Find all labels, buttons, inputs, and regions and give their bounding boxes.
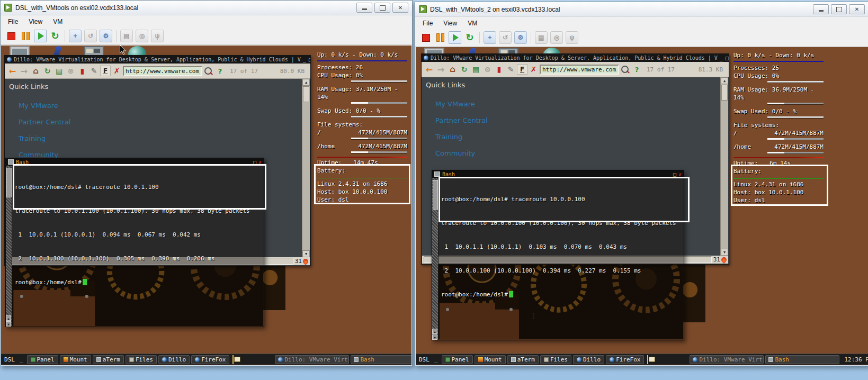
- link-training[interactable]: Training: [19, 134, 46, 142]
- usb-device-button[interactable]: ψ: [151, 30, 164, 42]
- suspend-button[interactable]: [20, 30, 31, 42]
- minimize-button[interactable]: [356, 3, 372, 13]
- desktop-pager[interactable]: [232, 355, 234, 364]
- close-button[interactable]: ✕: [849, 4, 865, 14]
- file-menu-button[interactable]: F: [517, 64, 527, 75]
- vm-window-esxi02[interactable]: DSL_with_VMtools on esxi02.vcdx133.local…: [0, 0, 413, 366]
- scrollbar-thumb[interactable]: [303, 86, 309, 102]
- revert-snapshot-button[interactable]: ↺: [499, 31, 512, 44]
- link-partner-central[interactable]: Partner Central: [435, 116, 488, 124]
- power-off-button[interactable]: [5, 30, 17, 42]
- terminal-scrollbar[interactable]: ▲ ▼: [432, 178, 439, 340]
- taskbar-app-firefox[interactable]: FireFox: [191, 355, 229, 364]
- desktop-pager[interactable]: [647, 355, 648, 364]
- dillo-minimize-icon[interactable]: _: [720, 55, 723, 61]
- stop-icon[interactable]: ⊗: [482, 64, 493, 75]
- usb-device-button[interactable]: ψ: [566, 31, 578, 44]
- taskbar-app-dillo[interactable]: Dillo: [158, 355, 190, 364]
- link-community[interactable]: Community: [435, 149, 475, 157]
- taskbar-app-mount[interactable]: Mount: [475, 355, 506, 364]
- desktop-icon-apps[interactable]: [84, 46, 104, 56]
- scroll-down-icon[interactable]: ▼: [721, 249, 728, 256]
- window-titlebar[interactable]: DSL_with_VMtools on esxi02.vcdx133.local…: [1, 1, 412, 15]
- reload-icon[interactable]: ↻: [459, 64, 470, 75]
- url-input[interactable]: [123, 66, 202, 76]
- tools-icon[interactable]: ✎: [505, 64, 516, 75]
- floppy-device-button[interactable]: ▤: [535, 31, 548, 44]
- reload-icon[interactable]: ↻: [42, 65, 53, 77]
- menu-view[interactable]: View: [24, 16, 47, 27]
- maximize-button[interactable]: [831, 4, 847, 14]
- manage-snapshots-button[interactable]: ⚙: [514, 31, 527, 44]
- dsl-menu-button[interactable]: DSL: [4, 356, 15, 363]
- menu-view[interactable]: View: [439, 18, 462, 29]
- url-input[interactable]: [540, 65, 619, 75]
- scroll-up-icon[interactable]: ▲: [721, 77, 728, 84]
- back-icon[interactable]: ←: [7, 65, 18, 77]
- terminal-scroll-down-icon[interactable]: ▼: [432, 334, 437, 340]
- menu-file[interactable]: File: [3, 16, 23, 27]
- bookmark-icon[interactable]: ▮: [494, 64, 505, 75]
- menu-vm[interactable]: VM: [48, 16, 67, 27]
- manage-snapshots-button[interactable]: ⚙: [100, 30, 112, 42]
- take-snapshot-button[interactable]: +: [69, 30, 82, 42]
- cd-device-button[interactable]: ◎: [136, 30, 148, 42]
- task-button-bash[interactable]: Bash: [765, 355, 839, 364]
- scroll-down-icon[interactable]: ▼: [302, 250, 310, 257]
- link-my-vmware[interactable]: My VMware: [19, 102, 58, 110]
- taskbar-app-files[interactable]: Files: [126, 355, 157, 364]
- terminal-scrollbar[interactable]: ▲ ▼: [6, 166, 12, 327]
- terminal-scroll-up-icon[interactable]: ▲: [432, 329, 437, 334]
- help-icon[interactable]: ?: [631, 64, 642, 75]
- back-icon[interactable]: ←: [424, 64, 435, 75]
- menu-file[interactable]: File: [418, 18, 437, 29]
- reset-button[interactable]: ↻: [464, 32, 476, 43]
- maximize-button[interactable]: [374, 3, 390, 13]
- desktop-icon-pen[interactable]: [52, 46, 62, 56]
- search-icon[interactable]: [621, 66, 629, 73]
- save-icon[interactable]: ▤: [53, 65, 65, 77]
- scrollbar-thumb[interactable]: [721, 85, 728, 101]
- dillo-titlebar[interactable]: Dillo: VMware Virtualization for Desktop…: [5, 56, 310, 64]
- terminal-scroll-down-icon[interactable]: ▼: [6, 321, 11, 327]
- vm-console-screen[interactable]: Dillo: VMware Virtualization for Desktop…: [416, 47, 868, 365]
- power-off-button[interactable]: [420, 32, 432, 43]
- home-icon[interactable]: ⌂: [447, 64, 458, 75]
- dillo-maximize-icon[interactable]: □: [309, 57, 310, 62]
- dillo-titlebar[interactable]: Dillo: VMware Virtualization for Desktop…: [422, 54, 729, 62]
- window-titlebar[interactable]: DSL_with_VMtools_2 on esxi03.vcdx133.loc…: [415, 2, 868, 17]
- taskbar-app-mount[interactable]: Mount: [60, 355, 91, 364]
- dillo-scrollbar[interactable]: ▲ ▼: [720, 77, 728, 256]
- power-on-button[interactable]: [449, 31, 461, 44]
- task-button-dillo[interactable]: Dillo: VMware Virtua: [275, 355, 349, 364]
- bookmark-icon[interactable]: ▮: [77, 65, 88, 77]
- scroll-up-icon[interactable]: ▲: [302, 79, 310, 86]
- close-button[interactable]: ✕: [392, 3, 408, 13]
- forward-icon[interactable]: →: [19, 65, 30, 77]
- clear-url-icon[interactable]: ✗: [528, 64, 539, 75]
- menu-vm[interactable]: VM: [463, 18, 482, 29]
- terminal-maximize-icon[interactable]: □: [673, 171, 676, 177]
- desktop-icon-monitor[interactable]: [10, 46, 30, 56]
- forward-icon[interactable]: →: [435, 64, 446, 75]
- cd-device-button[interactable]: ◎: [550, 31, 563, 44]
- taskbar-app-dillo[interactable]: Dillo: [573, 355, 604, 364]
- task-button-bash[interactable]: Bash: [351, 355, 411, 364]
- taskbar-app-panel[interactable]: Panel: [442, 355, 473, 364]
- terminal-minimize-icon[interactable]: _: [668, 171, 671, 177]
- dillo-maximize-icon[interactable]: □: [726, 55, 729, 61]
- taskbar-app-panel[interactable]: Panel: [27, 355, 58, 364]
- taskbar-app-aterm[interactable]: aTerm: [507, 355, 539, 364]
- vm-window-esxi03[interactable]: DSL_with_VMtools_2 on esxi03.vcdx133.loc…: [415, 2, 868, 366]
- save-icon[interactable]: ▤: [470, 64, 481, 75]
- terminal-close-icon[interactable]: ✗: [678, 171, 682, 177]
- help-icon[interactable]: ?: [214, 65, 226, 77]
- terminal-scroll-up-icon[interactable]: ▲: [6, 315, 11, 321]
- clear-url-icon[interactable]: ✗: [111, 65, 122, 77]
- taskbar-app-aterm[interactable]: aTerm: [93, 355, 124, 364]
- take-snapshot-button[interactable]: +: [484, 31, 496, 44]
- taskbar-app-files[interactable]: Files: [540, 355, 571, 364]
- reset-button[interactable]: ↻: [49, 30, 61, 42]
- task-button-dillo[interactable]: Dillo: VMware Virtua: [690, 355, 764, 364]
- stop-icon[interactable]: ⊗: [65, 65, 76, 77]
